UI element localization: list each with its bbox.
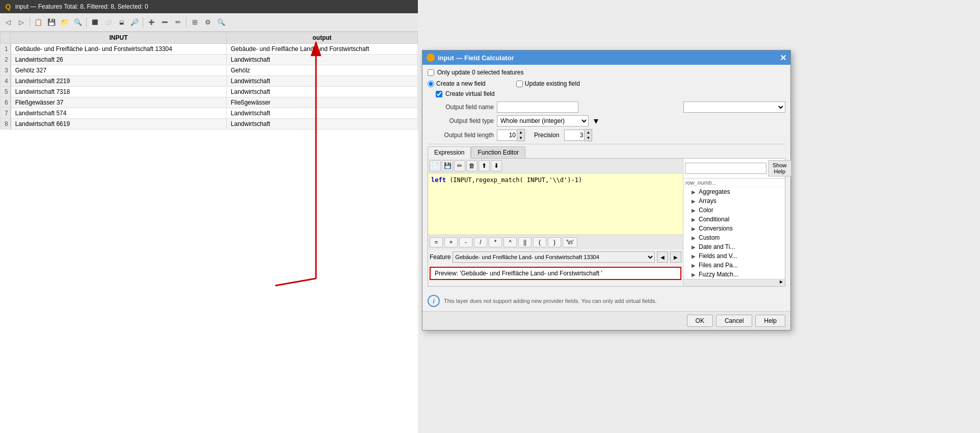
tb-filter[interactable]: 🔍 (72, 16, 84, 29)
tb-deselect[interactable]: ⬜ (102, 16, 114, 29)
preview-value: 'Gebäude- und Freifläche Land- und Forst… (460, 270, 602, 277)
preview-box: Preview: 'Gebäude- und Freifläche Land- … (430, 267, 681, 280)
output-field-length-input[interactable] (497, 130, 517, 141)
tb-select[interactable]: ⬛ (89, 16, 101, 29)
func-list-item[interactable]: ▶Files and Pa... (683, 261, 785, 270)
main-toolbar: ◁ ▷ 📋 💾 📁 🔍 ⬛ ⬜ ⬓ 🔎 ➕ ➖ ✏ ⊞ ⚙ 🔍 (0, 13, 418, 32)
tab-expression[interactable]: Expression (428, 146, 471, 159)
tb-new[interactable]: 📋 (32, 16, 44, 29)
cell-input: Landwirtschaft 6619 (11, 119, 227, 130)
dialog-title-text: input — Field Calculator (438, 54, 514, 62)
output-field-name-row: Output field name (428, 101, 785, 113)
op-eq[interactable]: = (430, 237, 443, 247)
op-div[interactable]: / (474, 237, 487, 247)
tab-function-editor[interactable]: Function Editor (471, 146, 525, 158)
precision-decrement[interactable]: ▼ (585, 135, 592, 141)
func-list-item[interactable]: ▶Aggregates (683, 187, 785, 196)
op-minus[interactable]: - (459, 237, 472, 247)
func-list-item[interactable]: ▶Custom (683, 233, 785, 242)
only-update-checkbox[interactable] (428, 69, 434, 76)
feature-next[interactable]: ▶ (670, 251, 681, 263)
func-list-item[interactable]: ▶Color (683, 206, 785, 215)
expr-delete[interactable]: 🗑 (466, 160, 478, 171)
expr-new[interactable]: 📄 (430, 160, 441, 171)
sep3 (143, 17, 143, 28)
cell-output: Landwirtschaft (226, 55, 417, 65)
expr-export[interactable]: ⬇ (491, 160, 502, 171)
tb-zoom[interactable]: 🔍 (215, 16, 227, 29)
feature-select[interactable]: Gebäude- und Freifläche Land- und Forstw… (453, 251, 655, 263)
row-number: 5 (1, 87, 11, 97)
tb-grid[interactable]: ⊞ (189, 16, 201, 29)
op-rparen[interactable]: ) (548, 237, 561, 247)
update-existing-checkbox[interactable] (516, 81, 523, 87)
output-field-type-select[interactable]: Whole number (integer) (497, 115, 589, 126)
close-button[interactable]: ✕ (780, 53, 786, 63)
length-decrement[interactable]: ▼ (517, 135, 524, 141)
func-list-item[interactable]: ▶Conditional (683, 215, 785, 224)
col-output-header[interactable]: output (226, 32, 417, 44)
expression-panel: 📄 💾 ✏ 🗑 ⬆ ⬇ left (INPUT,regexp_match( IN… (428, 158, 785, 287)
op-pow[interactable]: ^ (504, 237, 517, 247)
virtual-field-checkbox[interactable] (436, 91, 442, 97)
func-item-label: Files and Pa... (699, 262, 738, 269)
op-newline[interactable]: '\n' (563, 237, 577, 247)
output-field-name-label: Output field name (428, 104, 494, 111)
col-input-header[interactable]: INPUT (11, 32, 227, 44)
func-list-item[interactable]: ▶Conversions (683, 224, 785, 233)
expression-code-area[interactable]: left (INPUT,regexp_match( INPUT,'\\d')-1… (428, 173, 683, 235)
cell-input: Gehölz 327 (11, 65, 227, 76)
feature-prev[interactable]: ◀ (657, 251, 668, 263)
ok-button[interactable]: OK (687, 315, 713, 327)
type-dropdown-arrow[interactable]: ▾ (594, 115, 598, 126)
cell-output: Fließgewässer (226, 97, 417, 108)
func-item-arrow: ▶ (692, 244, 696, 250)
create-new-radio[interactable] (428, 81, 434, 87)
row-number: 7 (1, 108, 11, 119)
cell-output: Landwirtschaft (226, 108, 417, 119)
tb-open[interactable]: 📁 (59, 16, 71, 29)
func-list-item[interactable]: ▶Fuzzy Match... (683, 270, 785, 279)
tb-back[interactable]: ◁ (2, 16, 14, 29)
op-lparen[interactable]: ( (533, 237, 546, 247)
op-mul[interactable]: * (489, 237, 502, 247)
tb-forward[interactable]: ▷ (15, 16, 28, 29)
table-row: 2Landwirtschaft 26Landwirtschaft (1, 55, 418, 65)
update-existing-select[interactable] (683, 101, 785, 113)
expr-edit[interactable]: ✏ (454, 160, 465, 171)
output-field-name-input[interactable] (497, 101, 578, 113)
tb-calc[interactable]: ✏ (172, 16, 184, 29)
func-list-item[interactable]: ▶Fields and V... (683, 251, 785, 261)
func-search-row: Show Help (683, 159, 785, 179)
expr-save[interactable]: 💾 (442, 160, 453, 171)
show-help-button[interactable]: Show Help (768, 160, 791, 176)
precision-increment[interactable]: ▲ (585, 130, 592, 135)
tb-del-col[interactable]: ➖ (158, 16, 171, 29)
tb-add-col[interactable]: ➕ (145, 16, 157, 29)
cell-input: Landwirtschaft 26 (11, 55, 227, 65)
precision-input[interactable] (564, 130, 585, 141)
func-scroll-right[interactable]: ▶ (778, 279, 785, 286)
table-row: 3Gehölz 327Gehölz (1, 65, 418, 76)
func-item-label: Custom (699, 234, 720, 241)
tb-filter2[interactable]: 🔎 (128, 16, 141, 29)
func-list-item[interactable]: ▶Arrays (683, 196, 785, 206)
help-button[interactable]: Help (755, 315, 785, 327)
expr-import[interactable]: ⬆ (479, 160, 490, 171)
op-concat[interactable]: || (518, 237, 532, 247)
divider (428, 144, 785, 144)
function-list: row_numb... ▶Aggregates▶Arrays▶Color▶Con… (683, 179, 785, 279)
tb-save[interactable]: 💾 (45, 16, 58, 29)
cancel-button[interactable]: Cancel (716, 315, 752, 327)
length-increment[interactable]: ▲ (517, 130, 524, 135)
func-search-input[interactable] (685, 163, 766, 174)
func-item-arrow: ▶ (692, 235, 696, 241)
only-update-row: Only update 0 selected features (428, 69, 785, 76)
app-title: input — Features Total: 8, Filtered: 8, … (15, 3, 148, 10)
tb-action[interactable]: ⚙ (202, 16, 214, 29)
expression-editor-area: 📄 💾 ✏ 🗑 ⬆ ⬇ left (INPUT,regexp_match( IN… (428, 159, 683, 286)
func-list-item[interactable]: ▶Date and Ti... (683, 242, 785, 251)
tb-invert[interactable]: ⬓ (115, 16, 127, 29)
op-plus[interactable]: + (444, 237, 458, 247)
row-number: 2 (1, 55, 11, 65)
